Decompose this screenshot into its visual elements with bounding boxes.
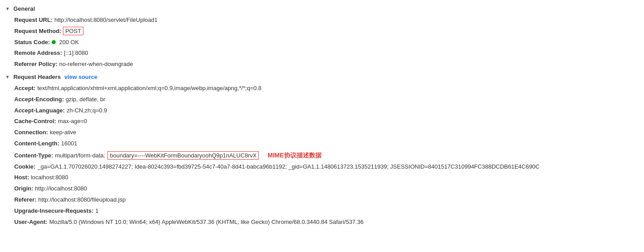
host-label: Host:	[14, 173, 29, 182]
user-agent-row: User-Agent: Mozilla/5.0 (Windows NT 10.0…	[5, 217, 639, 228]
accept-value: text/html,application/xhtml+xml,applicat…	[37, 84, 262, 93]
user-agent-label: User-Agent:	[14, 218, 47, 227]
content-type-boundary-boxed: boundary=----WebKitFormBoundaryoohQ9p1nA…	[107, 151, 259, 160]
request-headers-triangle-icon: ▼	[5, 74, 10, 79]
status-code-label: Status Code:	[14, 38, 50, 47]
connection-label: Connection:	[14, 128, 48, 137]
cookie-label: Cookie:	[14, 162, 36, 172]
referrer-policy-value: no-referrer-when-downgrade	[59, 60, 133, 69]
cookie-row: Cookie: _ga=GA1.1.707026020.1498274227; …	[5, 161, 639, 173]
view-source-link[interactable]: view source	[64, 74, 97, 80]
cache-control-row: Cache-Control: max-age=0	[5, 116, 639, 127]
content-length-row: Content-Length: 16001	[5, 138, 639, 149]
accept-encoding-label: Accept-Encoding:	[14, 95, 64, 104]
referer-label: Referer:	[14, 195, 37, 205]
user-agent-value: Mozilla/5.0 (Windows NT 10.0; Win64; x64…	[49, 218, 363, 227]
accept-encoding-value: gzip, deflate, br	[66, 95, 105, 104]
request-method-value: POST	[63, 27, 83, 36]
remote-address-row: Remote Address: [::1]:8080	[5, 48, 639, 59]
content-type-prefix: multipart/form-data;	[55, 152, 105, 159]
referrer-policy-label: Referrer Policy:	[14, 60, 58, 69]
request-url-label: Request URL:	[14, 16, 53, 25]
cookie-value: _ga=GA1.1.707026020.1498274227; Idea-802…	[37, 162, 540, 172]
accept-encoding-row: Accept-Encoding: gzip, deflate, br	[5, 94, 639, 105]
triangle-icon: ▼	[5, 6, 10, 11]
content-type-value: multipart/form-data; boundary=----WebKit…	[55, 150, 321, 161]
remote-address-label: Remote Address:	[14, 49, 62, 58]
mime-annotation: MIME协议描述数据	[268, 152, 322, 159]
request-method-label: Request Method:	[14, 27, 61, 36]
upgrade-insecure-value: 1	[95, 207, 99, 216]
status-code-text: 200 OK	[59, 39, 79, 45]
origin-value: http://localhost:8080	[35, 184, 87, 194]
accept-language-label: Accept-Language:	[14, 106, 65, 116]
content-type-row: Content-Type: multipart/form-data; bound…	[5, 149, 639, 161]
status-code-value: 200 OK	[52, 38, 79, 47]
request-url-row: Request URL: http://localhost:8080/servl…	[5, 15, 639, 26]
general-section-header: ▼ General	[5, 5, 639, 12]
accept-language-row: Accept-Language: zh-CN,zh;q=0.9	[5, 105, 639, 116]
accept-language-value: zh-CN,zh;q=0.9	[66, 106, 107, 116]
connection-row: Connection: keep-alive	[5, 127, 639, 138]
accept-label: Accept:	[14, 84, 36, 93]
request-headers-section-header: ▼ Request Headers view source	[5, 74, 639, 80]
devtools-panel: ▼ General Request URL: http://localhost:…	[0, 0, 644, 231]
request-method-boxed: POST	[63, 27, 83, 35]
cache-control-label: Cache-Control:	[14, 117, 56, 126]
connection-value: keep-alive	[50, 128, 76, 137]
request-headers-label: Request Headers	[13, 74, 61, 80]
content-type-label: Content-Type:	[14, 151, 53, 161]
upgrade-insecure-row: Upgrade-Insecure-Requests: 1	[5, 206, 639, 217]
referer-value: http://localhost:8080/fileupload.jsp	[38, 195, 126, 205]
status-green-icon	[52, 40, 56, 44]
origin-row: Origin: http://localhost:8080	[5, 183, 639, 194]
referrer-policy-row: Referrer Policy: no-referrer-when-downgr…	[5, 59, 639, 70]
host-value: localhost:8080	[31, 173, 68, 182]
referer-row: Referer: http://localhost:8080/fileuploa…	[5, 194, 639, 206]
upgrade-insecure-label: Upgrade-Insecure-Requests:	[14, 207, 94, 216]
host-row: Host: localhost:8080	[5, 172, 639, 183]
cache-control-value: max-age=0	[58, 117, 87, 126]
request-method-row: Request Method: POST	[5, 26, 639, 37]
accept-row: Accept: text/html,application/xhtml+xml,…	[5, 83, 639, 94]
request-url-value: http://localhost:8080/servlet/FileUpload…	[54, 16, 157, 25]
remote-address-value: [::1]:8080	[64, 49, 88, 58]
status-code-row: Status Code: 200 OK	[5, 37, 639, 48]
content-length-label: Content-Length:	[14, 139, 59, 149]
content-length-value: 16001	[61, 139, 77, 149]
general-label: General	[13, 5, 35, 12]
origin-label: Origin:	[14, 184, 33, 194]
